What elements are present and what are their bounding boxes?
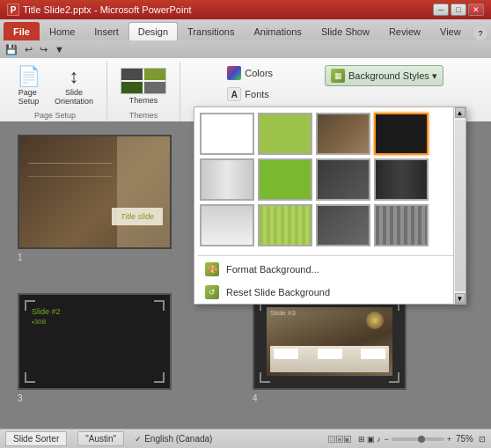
swatch-row-1 [200,113,448,155]
view-btn-slide-sorter[interactable]: ▦ [344,436,351,443]
tab-transitions[interactable]: Transitions [178,22,244,40]
reset-background-label: Reset Slide Background [226,287,330,297]
window-controls[interactable]: ─ □ ✕ [433,4,484,16]
swatch-12[interactable] [374,204,429,246]
quick-access-dropdown[interactable]: ▼ [53,43,66,55]
tab-review[interactable]: Review [379,22,430,40]
minimize-button[interactable]: ─ [433,4,449,16]
swatch-10[interactable] [258,204,312,246]
tab-view[interactable]: View [430,22,471,40]
slide-3-thumb[interactable]: Slide #2 •308 [18,293,172,390]
undo-quick-btn[interactable]: ↩ [23,43,34,56]
page-setup-button[interactable]: 📄 PageSetup [11,63,47,109]
slide-1-number: 1 [18,253,23,262]
fit-window-btn[interactable]: ⊡ [479,435,486,444]
scroll-up-btn[interactable]: ▲ [455,107,465,118]
swatch-9[interactable] [200,204,254,246]
themes-button[interactable]: Themes [114,63,172,109]
status-icons: ⊞ ▣ ♪ [358,435,381,444]
reset-background-icon: ↺ [205,285,219,299]
colors-icon [227,66,241,80]
colors-button[interactable]: Colors [223,63,277,83]
tab-design[interactable]: Design [128,22,178,40]
page-setup-icon: 📄 [17,67,40,86]
slide-3-number: 3 [18,393,23,403]
tab-home[interactable]: Home [40,22,84,40]
slide-3-title: Slide #2 [32,307,61,316]
dropdown-separator [198,255,462,256]
maximize-button[interactable]: □ [451,4,466,16]
window-title: Title Slide2.pptx - Microsoft PowerPoint [23,4,192,15]
slide-1-title-text: Title slide [112,208,163,225]
tab-animations[interactable]: Animations [244,22,311,40]
slide-sorter-tab[interactable]: Slide Sorter [5,431,67,446]
swatch-4[interactable] [374,113,429,155]
slide-1-line2 [28,176,113,177]
format-background-item[interactable]: 🎨 Format Background... [194,258,465,281]
background-styles-button[interactable]: ▦ Background Styles ▾ [325,65,443,86]
tab-insert[interactable]: Insert [84,22,128,40]
swatch-5[interactable] [200,158,254,201]
swatch-7[interactable] [316,158,370,201]
ribbon-group-page-setup: 📄 PageSetup ↕ SlideOrientation Page Setu… [4,62,107,121]
swatch-2[interactable] [258,113,312,155]
background-styles-icon: ▦ [331,69,345,83]
status-icon-1[interactable]: ⊞ [358,435,365,444]
status-right: □ ⊞ ▦ ⊞ ▣ ♪ − + 75% ⊡ [328,434,486,444]
help-icon[interactable]: ? [473,26,487,40]
hotel-pillow-center [318,349,342,359]
scroll-down-btn[interactable]: ▼ [455,293,465,304]
swatch-8[interactable] [374,158,429,201]
title-bar: P Title Slide2.pptx - Microsoft PowerPoi… [0,0,491,19]
view-btn-normal[interactable]: □ [328,436,335,443]
status-left: Slide Sorter "Austin" ✓ English (Canada) [5,431,212,446]
zoom-out-btn[interactable]: − [384,435,388,444]
zoom-thumb [418,436,425,443]
themes-label: Themes [129,96,158,105]
scroll-track [455,120,465,291]
swatch-row-2 [200,158,448,201]
slide-3-corner-br [154,372,165,383]
slide-1-right-panel [117,136,170,247]
swatch-row-3 [200,204,448,246]
austin-sheet-tab[interactable]: "Austin" [77,431,124,446]
swatch-1[interactable] [200,113,254,155]
tab-slideshow[interactable]: Slide Show [311,22,379,40]
zoom-level: 75% [456,434,473,444]
background-styles-dropdown: ▲ ▼ [194,106,466,305]
zoom-in-btn[interactable]: + [447,435,451,444]
close-button[interactable]: ✕ [468,4,484,16]
swatch-3[interactable] [316,113,370,155]
hotel-photo: Slide #3 [267,307,392,376]
slide-4-thumb[interactable]: Slide #3 [253,293,407,390]
slide-1-thumb[interactable]: Title slide [18,135,172,249]
format-background-label: Format Background... [226,264,319,275]
status-icon-3[interactable]: ♪ [377,435,381,444]
status-bar: Slide Sorter "Austin" ✓ English (Canada)… [0,429,491,448]
slide-3-wrapper: Slide #2 •308 3 [18,293,238,420]
ribbon-content: 📄 PageSetup ↕ SlideOrientation Page Setu… [0,58,491,121]
ribbon-group-themes: Themes Themes [107,62,180,121]
page-setup-label: PageSetup [18,88,40,106]
format-background-icon: 🎨 [205,262,219,276]
background-styles-label: Background Styles ▾ [348,70,437,82]
dropdown-scrollbar[interactable]: ▲ ▼ [453,107,465,304]
reset-slide-background-item[interactable]: ↺ Reset Slide Background [194,281,465,304]
powerpoint-logo: P [7,4,19,16]
swatch-11[interactable] [316,204,370,246]
status-icon-2[interactable]: ▣ [367,435,375,444]
view-btn-grid[interactable]: ⊞ [336,436,343,443]
fonts-button[interactable]: A Fonts [223,84,274,104]
slide-orientation-button[interactable]: ↕ SlideOrientation [48,63,99,109]
slide-3-corner-bl [25,372,35,383]
swatch-6[interactable] [258,158,312,201]
ribbon-tab-bar: File Home Insert Design Transitions Anim… [0,19,491,40]
zoom-slider[interactable] [392,437,444,441]
slide-3-subtitle: •308 [32,318,46,326]
save-quick-btn[interactable]: 💾 [4,43,19,56]
swatches-container [194,107,465,253]
slide-1-line [28,163,113,164]
redo-quick-btn[interactable]: ↪ [38,43,49,56]
zoom-control: − + 75% [384,434,473,444]
tab-file[interactable]: File [4,22,40,40]
